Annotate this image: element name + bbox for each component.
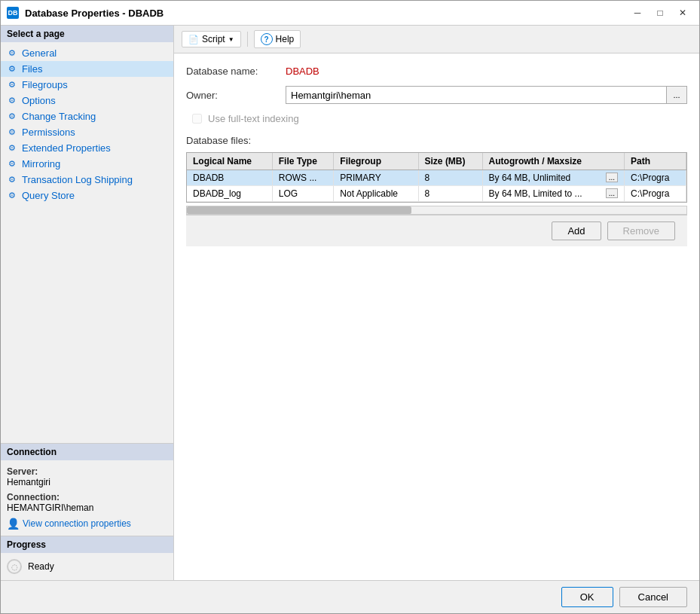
gear-icon-mirror: ⚙ <box>7 159 17 170</box>
files-table: Logical Name File Type Filegroup Size (M… <box>187 153 686 202</box>
gear-icon: ⚙ <box>7 48 17 59</box>
sidebar-item-general[interactable]: ⚙ General <box>1 45 173 61</box>
script-icon: 📄 <box>188 35 199 44</box>
table-scrollbar[interactable] <box>186 206 687 215</box>
cell-logical-name: DBADB <box>187 170 272 186</box>
sidebar-item-label-transaction-log-shipping: Transaction Log Shipping <box>22 174 133 185</box>
title-bar: DB Database Properties - DBADB ─ □ ✕ <box>1 1 699 26</box>
col-header-logical-name: Logical Name <box>187 153 272 170</box>
owner-input-group: ... <box>286 86 687 104</box>
table-row[interactable]: DBADB ROWS ... PRIMARY 8 By 64 MB, Unlim… <box>187 170 686 186</box>
app-icon: DB <box>7 7 19 19</box>
remove-button[interactable]: Remove <box>607 221 675 240</box>
add-remove-toolbar: Add Remove <box>186 215 687 246</box>
minimize-button[interactable]: ─ <box>627 5 648 20</box>
cell-filegroup: PRIMARY <box>334 170 418 186</box>
sidebar-item-files[interactable]: ⚙ Files <box>1 61 173 77</box>
progress-section: Progress ◌ Ready <box>1 536 173 580</box>
connection-value: HEMANTGIRI\heman <box>7 503 93 513</box>
cell-file-type: LOG <box>272 186 334 202</box>
fulltext-checkbox-row: Use full-text indexing <box>186 113 687 124</box>
toolbar: 📄 Script ▼ ? Help <box>174 26 699 53</box>
sidebar-item-label-mirroring: Mirroring <box>22 158 60 170</box>
owner-input[interactable] <box>286 86 666 104</box>
close-button[interactable]: ✕ <box>672 5 693 20</box>
col-header-size: Size (MB) <box>418 153 482 170</box>
gear-icon-qs: ⚙ <box>7 191 17 201</box>
col-header-file-type: File Type <box>272 153 334 170</box>
sidebar-item-label-query-store: Query Store <box>22 190 75 201</box>
db-name-value: DBADB <box>286 66 319 77</box>
db-files-label: Database files: <box>186 135 687 146</box>
view-connection-link-text: View connection properties <box>23 518 131 529</box>
sidebar-item-query-store[interactable]: ⚙ Query Store <box>1 188 173 203</box>
sidebar-item-label-permissions: Permissions <box>22 127 75 138</box>
window-controls: ─ □ ✕ <box>627 5 693 20</box>
sidebar-item-options[interactable]: ⚙ Options <box>1 93 173 108</box>
sidebar-item-label-filegroups: Filegroups <box>22 79 68 90</box>
connection-section-header: Connection <box>1 444 173 460</box>
sidebar-item-change-tracking[interactable]: ⚙ Change Tracking <box>1 108 173 124</box>
ok-button[interactable]: OK <box>561 587 613 607</box>
db-name-row: Database name: DBADB <box>186 66 687 77</box>
fulltext-checkbox[interactable] <box>192 114 202 124</box>
cell-size: 8 <box>418 170 482 186</box>
owner-browse-button[interactable]: ... <box>666 86 687 104</box>
sidebar-item-label-general: General <box>22 47 57 59</box>
connection-row: Connection: HEMANTGIRI\heman <box>7 492 167 513</box>
gear-icon-filegroups: ⚙ <box>7 80 17 90</box>
gear-icon-perm: ⚙ <box>7 127 17 138</box>
table-row[interactable]: DBADB_log LOG Not Applicable 8 By 64 MB,… <box>187 186 686 202</box>
server-value: Hemantgiri <box>7 477 50 487</box>
cancel-button[interactable]: Cancel <box>619 587 687 607</box>
help-icon: ? <box>261 33 273 45</box>
server-label: Server: <box>7 466 38 477</box>
sidebar-item-label-extended-properties: Extended Properties <box>22 142 111 154</box>
owner-row: Owner: ... <box>186 86 687 104</box>
connection-label: Connection: <box>7 492 60 503</box>
sidebar-nav: ⚙ General ⚙ Files ⚙ Filegroups ⚙ Options… <box>1 42 173 443</box>
footer: OK Cancel <box>1 580 699 613</box>
cell-filegroup: Not Applicable <box>334 186 418 202</box>
sidebar-item-label-files: Files <box>22 63 42 75</box>
main-content: Database name: DBADB Owner: ... Use full… <box>174 53 699 580</box>
sidebar-item-filegroups[interactable]: ⚙ Filegroups <box>1 77 173 93</box>
cell-autogrowth: By 64 MB, Limited to ... ... <box>482 186 625 202</box>
sidebar-section-header: Select a page <box>1 26 173 42</box>
sidebar-item-label-options: Options <box>22 95 56 106</box>
progress-status: Ready <box>28 561 54 572</box>
maximize-button[interactable]: □ <box>650 5 671 20</box>
sidebar-item-permissions[interactable]: ⚙ Permissions <box>1 124 173 140</box>
toolbar-separator <box>247 32 248 47</box>
cell-path: C:\Progra <box>625 170 686 186</box>
script-button[interactable]: 📄 Script ▼ <box>182 31 241 47</box>
connection-content: Server: Hemantgiri Connection: HEMANTGIR… <box>1 460 173 536</box>
files-table-container: Logical Name File Type Filegroup Size (M… <box>186 152 687 203</box>
progress-content: ◌ Ready <box>1 553 173 580</box>
autogrowth-browse-btn-1[interactable]: ... <box>606 173 618 182</box>
gear-icon-options: ⚙ <box>7 96 17 106</box>
cell-size: 8 <box>418 186 482 202</box>
autogrowth-browse-btn-2[interactable]: ... <box>606 188 618 198</box>
fulltext-label: Use full-text indexing <box>208 113 299 124</box>
sidebar-item-transaction-log-shipping[interactable]: ⚙ Transaction Log Shipping <box>1 172 173 188</box>
sidebar-item-extended-properties[interactable]: ⚙ Extended Properties <box>1 140 173 156</box>
main-window: DB Database Properties - DBADB ─ □ ✕ Sel… <box>0 0 700 614</box>
scrollbar-thumb <box>187 206 411 214</box>
gear-icon-files: ⚙ <box>7 64 17 75</box>
col-header-filegroup: Filegroup <box>334 153 418 170</box>
server-row: Server: Hemantgiri <box>7 466 167 487</box>
gear-icon-ct: ⚙ <box>7 111 17 122</box>
progress-spinner: ◌ <box>7 559 22 574</box>
gear-icon-ep: ⚙ <box>7 143 17 154</box>
sidebar-item-mirroring[interactable]: ⚙ Mirroring <box>1 156 173 172</box>
view-connection-link[interactable]: 👤 View connection properties <box>7 518 167 530</box>
progress-section-header: Progress <box>1 536 173 553</box>
window-title: Database Properties - DBADB <box>25 8 621 19</box>
gear-icon-tls: ⚙ <box>7 175 17 185</box>
add-button[interactable]: Add <box>552 221 601 240</box>
help-label: Help <box>276 34 295 44</box>
help-button[interactable]: ? Help <box>254 30 301 48</box>
cell-logical-name: DBADB_log <box>187 186 272 202</box>
owner-label: Owner: <box>186 90 277 101</box>
